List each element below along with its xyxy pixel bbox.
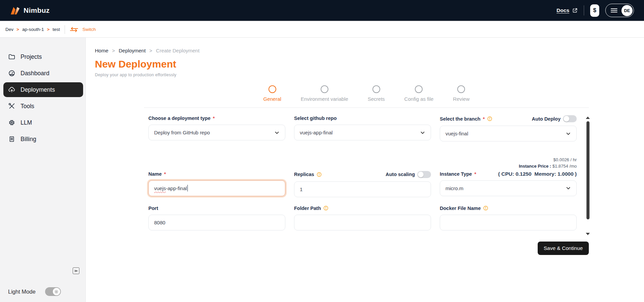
switch-context-button[interactable]: Switch	[70, 27, 96, 32]
step-label: Secrets	[368, 96, 385, 102]
switch-label: Switch	[82, 27, 96, 32]
name-input[interactable]: vuejs-app-final	[148, 180, 285, 196]
step-label: Review	[453, 96, 469, 102]
breadcrumb: Home > Deployment > Create Deployment	[95, 48, 644, 53]
step-environment-variable[interactable]: Environment variable	[301, 85, 348, 102]
breadcrumb-home[interactable]: Home	[95, 48, 108, 53]
sun-icon	[54, 290, 59, 294]
chevron-down-icon	[274, 130, 280, 135]
context-divider	[65, 25, 65, 34]
docs-link[interactable]: Docs	[557, 7, 578, 13]
name-value-misspelled: vuejs	[154, 185, 166, 191]
deployment-type-select[interactable]: Deploy from GitHub repo	[148, 125, 285, 140]
step-circle	[269, 85, 276, 93]
port-label: Port	[148, 206, 158, 211]
info-icon[interactable]	[317, 172, 322, 177]
sidebar-item-label: Billing	[21, 136, 36, 143]
step-secrets[interactable]: Secrets	[368, 85, 385, 102]
external-link-icon	[572, 8, 578, 13]
github-repo-select[interactable]: vuejs-app-final	[294, 125, 431, 140]
instance-type-label: Instance Type	[440, 171, 472, 177]
form-row-2: Name * vuejs-app-final Replicas	[148, 171, 577, 197]
breadcrumb-separator: >	[47, 27, 49, 32]
chip-icon	[8, 119, 15, 126]
instance-type-select[interactable]: micro.m	[440, 180, 577, 196]
sidebar-item-dashboard[interactable]: Dashboard	[3, 66, 83, 81]
name-value-rest: -app-final	[166, 185, 187, 191]
auto-deploy-label: Auto Deploy	[532, 116, 561, 122]
info-icon[interactable]	[483, 206, 488, 211]
auto-scaling-toggle[interactable]	[417, 171, 431, 178]
form-row-4: Health Endpoint Ephemeral Storage	[148, 237, 577, 238]
required-mark: *	[474, 171, 476, 177]
docker-file-name-input[interactable]	[440, 215, 577, 230]
light-mode-label: Light Mode	[8, 289, 36, 295]
deployment-type-label: Choose a deployment type	[148, 116, 211, 121]
instance-pricing: $0.0026 / hr Instance Price : $1.8754 /m…	[148, 157, 577, 170]
auto-scaling-label: Auto scaling	[386, 172, 415, 177]
breadcrumb-deployment[interactable]: Deployment	[119, 48, 146, 53]
sidebar-item-label: Dashboard	[21, 70, 49, 77]
scrollbar-thumb[interactable]	[586, 121, 589, 219]
sidebar-item-tools[interactable]: Tools	[3, 99, 83, 114]
form-row-1: Choose a deployment type * Deploy from G…	[148, 115, 577, 170]
step-label: General	[263, 96, 281, 102]
sidebar-item-projects[interactable]: Projects	[3, 49, 83, 64]
branch-label: Select the branch	[440, 116, 480, 122]
step-circle	[321, 85, 328, 93]
docker-file-name-label: Docker File Name	[440, 206, 481, 211]
port-input[interactable]	[148, 215, 285, 230]
step-general[interactable]: General	[263, 85, 281, 102]
brand-logo[interactable]: Nimbuz	[10, 6, 50, 15]
form-area: Choose a deployment type * Deploy from G…	[144, 108, 589, 238]
page-subtitle: Deploy your app to production effortless…	[95, 73, 644, 77]
name-label: Name	[148, 171, 162, 177]
receipt-icon	[8, 135, 15, 143]
sidebar-item-billing[interactable]: Billing	[3, 132, 83, 146]
chevron-down-icon	[420, 130, 425, 135]
github-repo-label: Select github repo	[294, 116, 337, 121]
page-title: New Deployment	[95, 58, 644, 70]
step-review[interactable]: Review	[453, 85, 469, 102]
menu-icon	[610, 7, 618, 13]
required-mark: *	[483, 116, 485, 122]
form-scrollbar[interactable]	[585, 117, 590, 235]
light-mode-toggle[interactable]	[45, 287, 61, 296]
replicas-input[interactable]	[294, 181, 431, 197]
sidebar-item-llm[interactable]: LLM	[3, 115, 83, 130]
breadcrumb-separator: >	[16, 27, 19, 32]
context-project[interactable]: test	[52, 27, 60, 32]
folder-icon	[8, 53, 15, 60]
scrollbar-down-arrow-icon[interactable]	[586, 233, 590, 235]
docs-label: Docs	[557, 7, 569, 13]
gauge-icon	[8, 70, 15, 77]
folder-path-input[interactable]	[294, 215, 431, 230]
sidebar-collapse-button[interactable]	[73, 267, 79, 274]
dollar-icon: $	[593, 7, 596, 14]
step-config-as-file[interactable]: Config as file	[404, 85, 434, 102]
branch-select[interactable]: vuejs-final	[440, 126, 577, 141]
billing-currency-button[interactable]: $	[590, 4, 599, 17]
avatar[interactable]: DE	[621, 5, 633, 16]
step-label: Environment variable	[301, 96, 348, 102]
auto-deploy-toggle[interactable]	[563, 115, 577, 122]
info-icon[interactable]	[487, 116, 492, 121]
topbar-divider	[584, 5, 584, 15]
scrollbar-up-arrow-icon[interactable]	[586, 117, 590, 119]
context-region[interactable]: ap-south-1	[22, 27, 44, 32]
breadcrumb-separator: >	[149, 48, 152, 53]
wizard-stepper: General Environment variable Secrets Con…	[144, 85, 589, 108]
sidebar-item-label: LLM	[21, 119, 32, 126]
save-continue-button[interactable]: Save & Continue	[538, 242, 589, 255]
instance-type-value: micro.m	[445, 185, 463, 191]
breadcrumb-separator: >	[112, 48, 115, 53]
context-env[interactable]: Dev	[5, 27, 13, 32]
sidebar: Projects Dashboard Deployments	[0, 38, 86, 302]
account-menu[interactable]: DE	[605, 4, 634, 17]
replicas-label: Replicas	[294, 172, 314, 177]
instance-price-label: Instance Price :	[519, 164, 551, 169]
context-bar: Dev > ap-south-1 > test Switch	[0, 21, 644, 38]
branch-value: vuejs-final	[445, 131, 468, 136]
info-icon[interactable]	[323, 206, 328, 211]
sidebar-item-deployments[interactable]: Deployments	[3, 82, 83, 97]
